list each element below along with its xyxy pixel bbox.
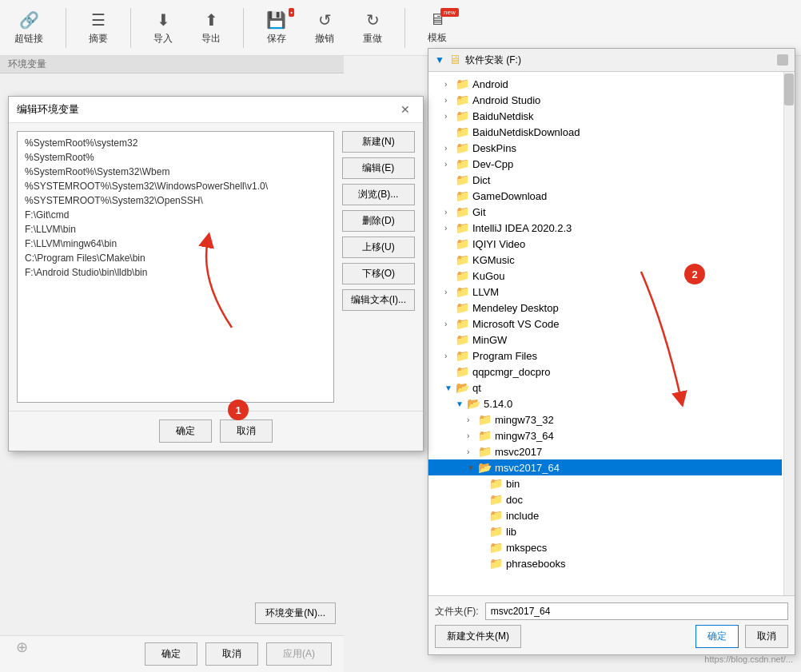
tree-qt-5140[interactable]: ▼ 📂 5.14.0: [428, 396, 782, 412]
tree-mingw[interactable]: 📁 MinGW: [428, 332, 782, 348]
edit-button[interactable]: 编辑(E): [342, 157, 415, 179]
toolbar-template[interactable]: 🖥 new 模板: [421, 6, 453, 49]
fb-ok-button[interactable]: 确定: [695, 625, 739, 648]
chevron-icon: [444, 176, 456, 185]
annotation-circle-2: 2: [684, 264, 705, 284]
chevron-down-icon: ▼: [467, 463, 478, 472]
add-icon[interactable]: ⊕: [16, 638, 28, 656]
scrollbar[interactable]: [783, 72, 795, 595]
dialog-cancel-button[interactable]: 取消: [220, 420, 273, 443]
toolbar-redo[interactable]: ↻ 重做: [357, 6, 389, 50]
folder-icon: 📁: [456, 221, 469, 234]
fb-tree[interactable]: › 📁 Android › 📁 Android Studio › 📁 Baidu…: [428, 72, 795, 595]
bottom-apply-button[interactable]: 应用(A): [266, 642, 332, 666]
folder-icon: 📁: [456, 157, 469, 170]
chevron-icon: [478, 527, 489, 536]
tree-gamedownload[interactable]: 📁 GameDownload: [428, 188, 782, 204]
dialog-ok-button[interactable]: 确定: [159, 420, 212, 443]
tree-msvc2017-64[interactable]: ▼ 📂 msvc2017_64: [428, 459, 782, 475]
tree-devcpp[interactable]: › 📁 Dev-Cpp: [428, 156, 782, 172]
tree-item-label: GameDownload: [472, 190, 547, 202]
tree-include[interactable]: 📁 include: [428, 507, 782, 523]
tree-mingw73-64[interactable]: › 📁 mingw73_64: [428, 427, 782, 443]
toolbar-separator-2: [130, 8, 131, 48]
tree-baidunetdisk[interactable]: › 📁 BaiduNetdisk: [428, 108, 782, 124]
bottom-cancel-button[interactable]: 取消: [205, 642, 258, 666]
tree-baidunetdiskdownload[interactable]: 📁 BaiduNetdiskDownload: [428, 124, 782, 140]
toolbar-save[interactable]: 💾 保存 •: [260, 6, 293, 50]
tree-doc[interactable]: 📁 doc: [428, 491, 782, 507]
tree-kugou[interactable]: 📁 KuGou: [428, 268, 782, 284]
fb-cancel-button[interactable]: 取消: [745, 625, 788, 648]
tree-mingw73-32[interactable]: › 📁 mingw73_32: [428, 412, 782, 427]
tree-android-studio[interactable]: › 📁 Android Studio: [428, 92, 782, 108]
path-list[interactable]: %SystemRoot%\system32 %SystemRoot% %Syst…: [17, 131, 334, 403]
toolbar-summary[interactable]: ☰ 摘要: [82, 6, 114, 50]
tree-kgmusic[interactable]: 📁 KGMusic: [428, 252, 782, 268]
delete-button[interactable]: 删除(D): [342, 210, 415, 232]
dialog-button-group: 新建(N) 编辑(E) 浏览(B)... 删除(D) 上移(U) 下移(O) 编…: [342, 131, 415, 403]
tree-msvc2017[interactable]: › 📁 msvc2017: [428, 443, 782, 459]
tree-vscode[interactable]: › 📁 Microsoft VS Code: [428, 316, 782, 332]
toolbar-import[interactable]: ⬇ 导入: [147, 6, 179, 50]
browse-button[interactable]: 浏览(B)...: [342, 184, 415, 205]
toolbar-separator-3: [243, 8, 244, 48]
path-item-8[interactable]: C:\Program Files\CMake\bin: [22, 251, 329, 265]
tree-git[interactable]: › 📁 Git: [428, 204, 782, 220]
fb-close-btn[interactable]: [777, 54, 788, 66]
tree-phrasebooks[interactable]: 📁 phrasebooks: [428, 555, 782, 571]
path-item-1[interactable]: %SystemRoot%: [22, 150, 329, 165]
toolbar-template-label: 模板: [428, 31, 447, 45]
dialog-close-button[interactable]: ✕: [396, 101, 415, 117]
chevron-icon: [444, 128, 456, 137]
toolbar-export[interactable]: ⬆ 导出: [195, 6, 227, 50]
edit-text-button[interactable]: 编辑文本(I)...: [342, 289, 415, 311]
dialog-body: %SystemRoot%\system32 %SystemRoot% %Syst…: [9, 123, 423, 411]
tree-lib[interactable]: 📁 lib: [428, 523, 782, 539]
chevron-icon: ›: [444, 208, 456, 217]
chevron-icon: [444, 304, 456, 312]
tree-qt[interactable]: ▼ 📂 qt: [428, 380, 782, 396]
tree-llvm[interactable]: › 📁 LLVM: [428, 284, 782, 300]
bottom-ok-button[interactable]: 确定: [145, 642, 197, 666]
tree-item-label: Git: [472, 206, 486, 218]
path-item-7[interactable]: F:\LLVM\mingw64\bin: [22, 237, 329, 251]
tree-item-label: bin: [506, 478, 520, 490]
fb-filename-input[interactable]: [485, 602, 788, 620]
chevron-down-icon: ▼: [456, 400, 467, 408]
file-browser-dialog: ▼ 🖥 软件安装 (F:) › 📁 Android › 📁 Android St…: [428, 48, 795, 655]
tree-mendeley[interactable]: 📁 Mendeley Desktop: [428, 300, 782, 316]
path-item-3[interactable]: %SYSTEMROOT%\System32\WindowsPowerShell\…: [22, 179, 329, 193]
tree-bin[interactable]: 📁 bin: [428, 475, 782, 491]
up-button[interactable]: 上移(U): [342, 237, 415, 258]
tree-item-label: MinGW: [472, 334, 507, 346]
tree-item-label: Android Studio: [472, 94, 540, 106]
save-dot: •: [289, 8, 294, 17]
path-item-6[interactable]: F:\LLVM\bin: [22, 222, 329, 237]
new-button[interactable]: 新建(N): [342, 131, 415, 153]
folder-open-icon: 📂: [467, 397, 480, 410]
new-badge: new: [440, 8, 459, 17]
path-item-2[interactable]: %SystemRoot%\System32\Wbem: [22, 165, 329, 179]
env-n-button[interactable]: 环境变量(N)...: [255, 602, 336, 624]
toolbar-link[interactable]: 🔗 超链接: [8, 6, 50, 50]
down-button[interactable]: 下移(O): [342, 263, 415, 284]
toolbar-undo[interactable]: ↺ 撤销: [309, 6, 341, 50]
tree-android[interactable]: › 📁 Android: [428, 76, 782, 92]
tree-item-label: Microsoft VS Code: [472, 318, 559, 330]
tree-deskpins[interactable]: › 📁 DeskPins: [428, 140, 782, 156]
toolbar-separator: [66, 8, 66, 48]
fb-new-folder-button[interactable]: 新建文件夹(M): [435, 625, 521, 648]
tree-program-files[interactable]: › 📁 Program Files: [428, 348, 782, 364]
tree-qqpcmgr[interactable]: 📁 qqpcmgr_docpro: [428, 364, 782, 380]
path-item-4[interactable]: %SYSTEMROOT%\System32\OpenSSH\: [22, 193, 329, 208]
tree-iqiyi[interactable]: 📁 IQIYI Video: [428, 236, 782, 252]
tree-intellij[interactable]: › 📁 IntelliJ IDEA 2020.2.3: [428, 220, 782, 236]
folder-icon: 📁: [456, 141, 469, 154]
tree-mkspecs[interactable]: 📁 mkspecs: [428, 539, 782, 555]
path-item-9[interactable]: F:\Android Studio\bin\lldb\bin: [22, 265, 329, 280]
tree-dict[interactable]: 📁 Dict: [428, 172, 782, 188]
folder-icon: 📁: [456, 109, 469, 122]
path-item-5[interactable]: F:\Git\cmd: [22, 208, 329, 222]
path-item-0[interactable]: %SystemRoot%\system32: [22, 136, 329, 150]
